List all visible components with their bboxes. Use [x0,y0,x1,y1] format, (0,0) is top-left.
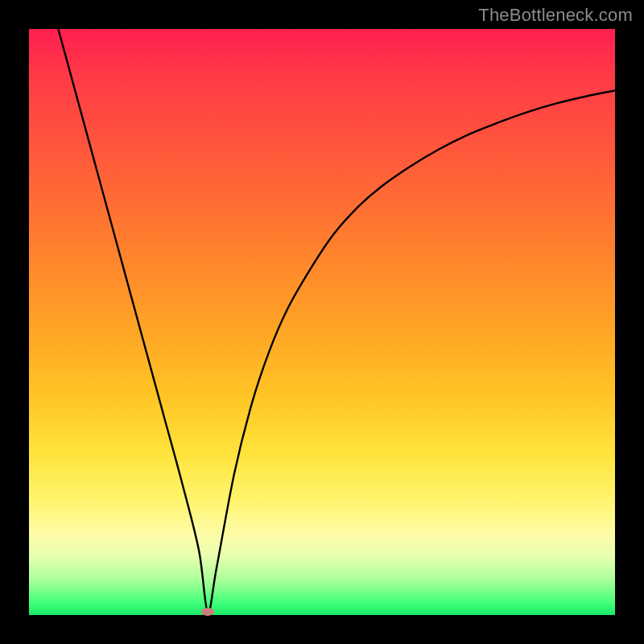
plot-area [29,29,615,615]
bottleneck-curve [29,29,615,615]
watermark-text: TheBottleneck.com [478,5,633,26]
optimal-point-marker [201,608,214,616]
chart-frame: TheBottleneck.com [0,0,644,644]
